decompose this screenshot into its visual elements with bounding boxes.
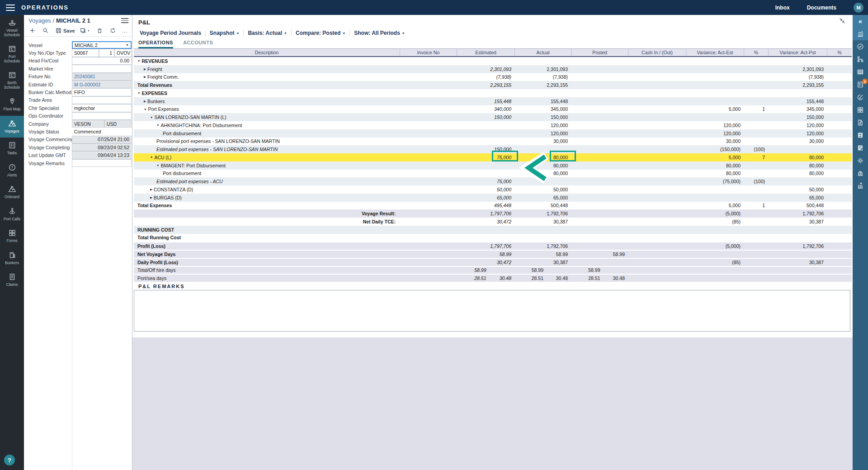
column-header[interactable]: %	[744, 49, 769, 56]
menu-icon[interactable]	[6, 5, 15, 11]
hierarchy-icon[interactable]	[853, 53, 868, 66]
column-header[interactable]: Description	[134, 49, 400, 56]
gear-icon[interactable]	[853, 154, 868, 167]
chevron-down-icon[interactable]: ▼	[144, 108, 146, 111]
table-row[interactable]: ▼AHKNIGHTCHINA: Port Disbursement120,000…	[134, 121, 852, 129]
table-row[interactable]: ▼EXPENSES	[134, 89, 852, 97]
sidebar-item-voyages[interactable]: Voyages	[0, 116, 24, 138]
column-header[interactable]: Posted	[571, 49, 628, 56]
compare-posted-button[interactable]: Compare: Posted▼	[292, 30, 349, 36]
tab-accounts[interactable]: ACCOUNTS	[183, 38, 213, 48]
company-field[interactable]: VESON	[72, 120, 104, 128]
voyage-seq-field[interactable]: 1	[99, 49, 114, 57]
last-update-gmt-field[interactable]: 09/04/24 13:23	[72, 151, 132, 159]
column-header[interactable]: Estimated	[457, 49, 515, 56]
table-row[interactable]: Port/sea days28.5130.4828.5130.4828.5130…	[134, 274, 852, 282]
sidebar-item-bunkers[interactable]: Bunkers	[0, 247, 24, 270]
table-icon[interactable]	[853, 66, 868, 78]
voyage-status-field[interactable]: Commenced	[72, 128, 132, 135]
copy-button[interactable]: ▼	[77, 26, 92, 35]
table-row[interactable]: Provisional port expenses - SAN LORENZO-…	[134, 138, 852, 146]
sidebar-item-forms[interactable]: Forms	[0, 225, 24, 247]
tab-operations[interactable]: OPERATIONS	[138, 38, 173, 48]
column-header[interactable]: Invoice No	[400, 49, 457, 56]
sidebar-item-claims[interactable]: Claims	[0, 269, 24, 291]
column-header[interactable]: Variance: Act-Pst	[769, 49, 827, 56]
bank-icon[interactable]	[853, 167, 868, 180]
chevron-right-icon[interactable]: ▶	[144, 75, 146, 79]
pen-circle-icon[interactable]	[853, 91, 868, 104]
forms-grid-icon[interactable]	[853, 104, 868, 116]
table-row[interactable]: RUNNING COST	[134, 226, 852, 234]
notepad-icon[interactable]	[853, 142, 868, 154]
table-row[interactable]: Net Voyage Days58.9958.9958.99	[134, 250, 852, 258]
chevron-right-icon[interactable]: ▶	[144, 67, 146, 71]
table-row[interactable]: Estimated port expenses - SAN LORENZO-SA…	[134, 145, 852, 153]
table-row[interactable]: Total Revenues2,293,1552,293,1552,293,15…	[134, 81, 852, 89]
show-all-periods-button[interactable]: Show: All Periods▼	[350, 30, 409, 36]
save-button[interactable]: Save	[53, 26, 77, 35]
chevron-right-icon[interactable]: ▶	[150, 196, 152, 199]
voyage-no-field[interactable]: S0067	[72, 49, 99, 57]
sidebar-item-onboard[interactable]: Onboard	[0, 181, 24, 204]
table-row[interactable]: Port disbursement80,00080,00080,000	[134, 170, 852, 178]
head-fix-cost-field[interactable]: 0.00	[72, 57, 132, 65]
panel-menu-icon[interactable]	[121, 18, 128, 23]
sidebar-item-berth-schedule[interactable]: Berth Schedule	[0, 67, 24, 94]
chevron-right-icon[interactable]: ▶	[150, 188, 152, 191]
table-row[interactable]: Net Daily TCE:30,47230,387(85)30,387	[134, 218, 852, 226]
column-header[interactable]: Cash In / (Out)	[628, 49, 686, 56]
bank-flag-icon[interactable]	[853, 180, 868, 192]
trade-area-field[interactable]	[72, 96, 132, 104]
chtr-specialist-field[interactable]: mgkochar	[72, 104, 132, 112]
voyage-completing-field[interactable]: 09/23/24 02:52	[72, 143, 132, 151]
market-hire-field[interactable]	[72, 65, 132, 72]
voyage-remarks-field[interactable]	[72, 159, 132, 167]
sidebar-item-tasks[interactable]: Tasks	[0, 138, 24, 160]
voyage-commencing-field[interactable]: 07/25/24 21:00	[72, 136, 132, 143]
bunker-calc-method-field[interactable]: FIFO	[72, 88, 132, 96]
table-row[interactable]: Profit (Loss)1,797,7061,792,706(5,000)1,…	[134, 242, 852, 250]
delete-button[interactable]	[94, 26, 105, 35]
table-row[interactable]: Voyage Result:1,797,7061,792,706(5,000)1…	[134, 209, 852, 218]
add-button[interactable]	[27, 26, 38, 35]
vessel-select[interactable]: MICHAIL 2▼	[72, 41, 132, 49]
breadcrumb[interactable]: Voyages /	[28, 17, 54, 24]
table-row[interactable]: ▼Port Expenses340,000345,0005,0001345,00…	[134, 105, 852, 114]
table-row[interactable]: ▼SAN LORENZO-SAN MARTIN (L)150,000150,00…	[134, 113, 852, 121]
inbox-link[interactable]: Inbox	[775, 5, 790, 11]
opr-type-field[interactable]: OVOV	[114, 49, 132, 57]
column-header[interactable]: %	[827, 49, 852, 56]
sidebar-item-alerts[interactable]: Alerts	[0, 160, 24, 182]
chevron-down-icon[interactable]: ▼	[156, 123, 159, 127]
chevron-down-icon[interactable]: ▼	[137, 91, 140, 95]
voyage-period-journals-button[interactable]: Voyage Period Journals	[136, 30, 205, 36]
table-row[interactable]: Total/Off hire days58.9958.9958.99	[134, 266, 852, 274]
table-row[interactable]: ▼ACU (L)75,00080,0005,000780,000	[134, 153, 852, 161]
refresh-button[interactable]	[107, 26, 118, 35]
chevron-right-icon[interactable]: ▶	[144, 100, 146, 103]
ops-coordinator-field[interactable]	[72, 112, 132, 120]
table-row[interactable]: Total Expenses495,448500,4485,0001500,44…	[134, 202, 852, 210]
contacts-icon[interactable]	[853, 129, 868, 142]
search-icon[interactable]	[40, 26, 51, 35]
table-row[interactable]: ▶Bunkers155,448155,448155,448	[134, 97, 852, 105]
chevron-down-icon[interactable]: ▼	[156, 164, 159, 167]
sidebar-item-fleet-map[interactable]: Fleet Map	[0, 94, 24, 116]
table-row[interactable]: ▶CONSTANTZA (D)50,00050,00050,000	[134, 185, 852, 194]
estimate-id-field[interactable]: M G-000002	[72, 81, 132, 88]
sidebar-item-port-calls[interactable]: Port Calls	[0, 204, 24, 226]
collapse-icon[interactable]	[839, 18, 845, 26]
table-row[interactable]: ▶BURGAS (D)65,00065,00065,000	[134, 194, 852, 202]
fixture-no--field[interactable]: 20240081	[72, 73, 132, 81]
chevrons-left-icon[interactable]: «	[853, 15, 868, 28]
pnl-remarks-input[interactable]	[134, 290, 850, 332]
chevron-down-icon[interactable]: ▼	[150, 156, 153, 159]
checklist-icon[interactable]: 2	[853, 78, 868, 91]
table-row[interactable]: ▶Freight Comm.(7,938)(7,938)(7,938)	[134, 73, 852, 81]
documents-link[interactable]: Documents	[807, 5, 836, 11]
sidebar-item-port-schedule[interactable]: Port Schedule	[0, 41, 24, 67]
more-button[interactable]: ...	[120, 28, 130, 34]
document-icon[interactable]	[853, 116, 868, 129]
table-row[interactable]: ▼BMAGENT: Port Disbursement80,00080,0008…	[134, 161, 852, 170]
